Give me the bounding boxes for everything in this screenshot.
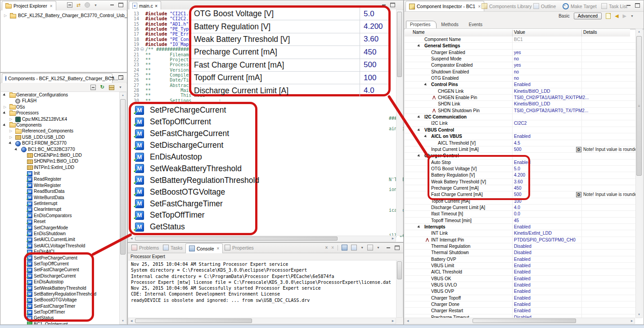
collapse-all-icon[interactable] [67,2,72,8]
property-value[interactable]: 4.200 [514,172,525,178]
collapsed-arrow-icon[interactable]: ▷ [4,104,6,110]
tree-item[interactable]: BC1_OnInterrupt [1,321,119,324]
tree-item[interactable]: M✓SetInterrupt [1,200,119,206]
tree-item[interactable]: BC1:BC_MC32BC3770 [1,146,119,152]
maximize-icon[interactable] [118,75,123,79]
property-value[interactable]: 4.0 [514,205,520,210]
tab-properties[interactable]: Properties [225,245,254,251]
scrollbar-thumb[interactable]: ≡ [636,36,642,176]
close-icon[interactable]: × [155,3,158,9]
clear-console-icon[interactable] [342,245,347,251]
property-row[interactable]: Battery Regulation [V]4.200 [405,172,636,178]
minimize-icon[interactable] [386,246,391,250]
tree-item[interactable]: M✓SetTopOffTimer [1,309,119,315]
property-row[interactable]: INT Interrupt PinPTD0/SPI0_PCS0/TPM0_CH0 [405,237,636,243]
property-value[interactable]: Enabled [514,288,531,294]
property-value[interactable]: no [514,69,519,75]
property-value[interactable]: PTD0/SPI0_PCS0/TPM0_CH0 [514,237,576,243]
tree-item[interactable]: Components [1,122,119,128]
tab-outline[interactable]: Outline [533,3,556,9]
link-with-editor-icon[interactable]: ⇄ [77,3,81,8]
property-row[interactable]: Charger Control [405,153,636,159]
tree-item[interactable]: FLASH [1,98,119,104]
tree-item[interactable]: INTPin1:ExtInt_LDD [1,164,119,170]
property-value[interactable]: Enabled [514,263,531,269]
property-value[interactable]: 4.5 [514,140,520,146]
maximize-icon[interactable] [395,246,400,250]
property-row[interactable]: General Settings [405,43,636,49]
tree-item[interactable]: SHDNPin1:BitIO_LDD [1,158,119,164]
editor-vertical-scrollbar[interactable] [396,9,403,236]
property-value[interactable]: 500 [514,191,522,197]
components-vertical-scrollbar[interactable]: ▲ ▼ [119,92,126,324]
property-value[interactable]: Enabled [514,256,531,262]
maximize-icon[interactable] [635,3,640,7]
expanded-arrow-icon[interactable] [3,93,7,98]
property-value[interactable]: Enabled [514,159,531,165]
property-value[interactable]: Disabled [514,243,531,249]
fold-minus-icon[interactable]: − [140,47,144,51]
tab-make-target[interactable]: Make Target [563,3,597,9]
tab-tasks[interactable]: Tasks [163,245,183,251]
close-icon[interactable]: × [217,246,220,251]
remove-launch-icon[interactable]: × [325,245,328,250]
property-value[interactable]: 100 [514,198,522,204]
property-row[interactable]: Charger RestartEnabled [405,308,636,314]
property-value[interactable]: Enabled [514,301,531,307]
tree-item[interactable]: M✓SetAICLCurrentLimit [1,237,119,242]
property-row[interactable]: Control PinsEnabled [405,82,636,88]
scroll-up-icon[interactable]: ▲ [636,29,642,35]
scroll-right-icon[interactable]: ▶ [629,318,635,323]
tab-component-inspector[interactable]: Component Inspector - BC1 × [405,1,484,11]
property-row[interactable]: Auto StopEnabled [405,159,636,166]
property-value[interactable]: Kinetis/ExtInt_LDD [514,230,552,236]
scroll-up-icon[interactable]: ▲ [120,92,126,98]
property-row[interactable]: Thermal ShutdownDisabled [405,250,636,256]
expanded-arrow-icon[interactable] [417,154,422,159]
tab-components[interactable]: Components - BCF_KL25Z_Battery_Charger_B… [2,73,113,83]
collapsed-arrow-icon[interactable]: ▷ [9,116,12,122]
tree-item[interactable]: Processors [1,110,119,116]
display-console-icon[interactable] [351,245,357,251]
property-row[interactable]: OTG Enabledno [405,75,636,82]
property-row[interactable]: Topoff Current [mA]100 [405,198,636,205]
scroll-down-icon[interactable]: ▼ [120,318,126,324]
property-value[interactable]: 5.0 [514,166,520,172]
tree-item[interactable]: M✓SetBoostOTGVoltage [1,297,119,303]
property-row[interactable]: CHGEN Enable PinTSI0_CH2/PTA1/UART0_RX/T… [405,95,636,101]
inspector-horizontal-scrollbar[interactable]: ◀ ▶ [405,318,635,324]
editor-horizontal-scrollbar[interactable]: ◀ ▶ [128,236,396,241]
tree-item[interactable]: CHGENPin1:BitIO_LDD [1,152,119,158]
collapsed-arrow-icon[interactable]: ▷ [4,13,7,18]
maximize-icon[interactable] [390,3,395,7]
close-icon[interactable]: × [50,4,53,9]
property-value[interactable]: TSI0_CH3/PTA2/UART0_TX/TPM2... [514,108,588,114]
tree-item[interactable]: M✓SetDischargeCurrent [1,273,119,279]
property-row[interactable]: AICL Threshold [V]4.5 [405,140,636,146]
expanded-arrow-icon[interactable] [3,123,7,128]
inspector-vertical-scrollbar[interactable]: ▲ ≡ ▼ [635,28,643,318]
property-row[interactable]: Topoff Timeout [min]45 [405,218,636,224]
tree-item[interactable]: M✓SetFastChargeTimer [1,303,119,309]
property-row[interactable]: VBUS OVPEnabled [405,288,636,295]
view-menu-icon[interactable]: ▼ [94,4,97,7]
property-value[interactable]: 450 [514,185,522,191]
open-console-dropdown-icon[interactable]: ▼ [360,246,364,249]
scrollbar-thumb[interactable] [397,12,402,77]
tree-item[interactable]: M✓WriteBurstData [1,195,119,200]
minimize-icon[interactable] [110,3,115,7]
close-icon[interactable]: × [478,4,481,9]
tree-item[interactable]: M✓SetPreChargeCurrent [1,255,119,261]
column-details[interactable]: Details [583,30,597,35]
tree-item[interactable]: ▷OSs [1,104,119,110]
tree-item[interactable]: M✓SetChargerMode [1,225,119,231]
property-value[interactable]: 0.0 [514,211,520,217]
property-row[interactable]: INT LinkKinetis/ExtInt_LDD [405,230,636,237]
basic-mode-button[interactable]: Basic [558,14,569,18]
view-menu-icon[interactable]: ▼ [119,86,122,89]
property-row[interactable]: CHGEN LinkKinetis/BitIO_LDD [405,88,636,95]
tree-item[interactable]: ▷Referenced_Components [1,128,119,134]
scroll-left-icon[interactable]: ◀ [129,318,134,323]
property-value[interactable]: no [514,56,519,62]
advanced-mode-button[interactable]: Advanced [574,13,602,19]
